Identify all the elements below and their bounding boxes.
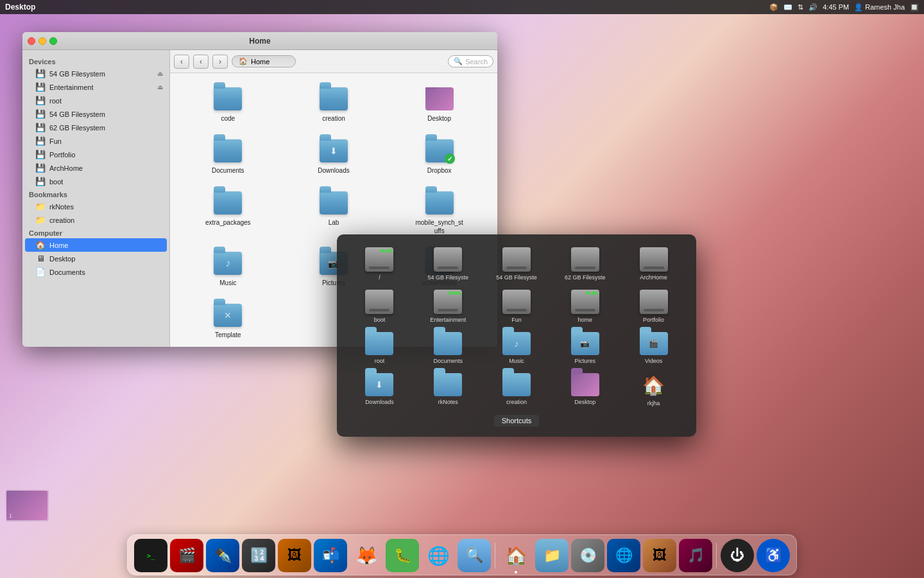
popup-item-videos-folder[interactable]: Videos [621, 329, 686, 367]
hdd-54gb2-icon [502, 247, 531, 272]
dock-media-player[interactable]: 🎬 [170, 539, 203, 572]
dock-photo[interactable]: 🖼 [643, 539, 676, 572]
folder-music[interactable]: Music [178, 245, 278, 292]
popup-item-rkjha[interactable]: 🏠 rkjha [621, 371, 686, 409]
sidebar-label-documents: Documents [49, 268, 85, 276]
hdd-ent-icon: 76.0% [434, 290, 462, 314]
popup-item-documents-folder[interactable]: Documents [416, 329, 481, 367]
dock-firefox[interactable]: 🦊 [350, 539, 383, 572]
dock-mail[interactable]: 📬 [314, 539, 347, 572]
dock-disk-util[interactable]: 💿 [571, 539, 604, 572]
sidebar-item-home[interactable]: 🏠 Home [25, 238, 167, 252]
popup-item-62gb[interactable]: 62 GB Filesyste [552, 245, 617, 283]
popup-item-archhome[interactable]: ArchHome [621, 245, 686, 283]
folder-dropbox[interactable]: ✓ Dropbox [389, 133, 490, 180]
popup-item-entertainment[interactable]: 76.0% Entertainment [416, 287, 481, 326]
folder-shape-code [214, 87, 242, 110]
sidebar-item-rknotes[interactable]: 📁 rkNotes [22, 200, 169, 213]
sidebar-item-boot[interactable]: 💾 boot [22, 175, 169, 188]
dock-finder[interactable]: 🔍 [458, 539, 491, 572]
dock-caterpillar[interactable]: 🐛 [386, 539, 419, 572]
folder-desktop[interactable]: Desktop [389, 81, 490, 128]
popup-folder-rknotes [434, 373, 462, 396]
virtual-desktop-thumb[interactable]: 1 [5, 489, 49, 521]
menubar-icon-grid[interactable]: 🔲 [910, 3, 919, 12]
folder-name-creation: creation [322, 114, 345, 123]
menubar-icon-volume[interactable]: 🔊 [809, 3, 817, 12]
popup-item-portfolio-hdd[interactable]: Portfolio [621, 287, 686, 326]
sidebar-item-archhome[interactable]: 💾 ArchHome [22, 161, 169, 175]
sidebar-label-desktop: Desktop [49, 255, 75, 263]
maximize-button[interactable] [49, 37, 57, 45]
dock-terminal[interactable]: >_ [134, 539, 167, 572]
popup-item-downloads-folder[interactable]: Downloads [347, 371, 412, 409]
popup-item-creation-folder[interactable]: creation [484, 371, 549, 409]
menubar-icon-transfer[interactable]: ⇅ [798, 3, 803, 12]
folder-name-mobile: mobile_synch_stuffs [414, 218, 465, 235]
popup-item-desktop-folder[interactable]: Desktop [552, 371, 617, 409]
nav-sidebar-toggle[interactable]: ‹ [174, 55, 189, 69]
sidebar-item-documents[interactable]: 📄 Documents [22, 265, 169, 279]
dock-accessibility[interactable]: ♿ [757, 539, 790, 572]
sidebar-item-62gb[interactable]: 💾 62 GB Filesystem [22, 121, 169, 134]
location-bar[interactable]: 🏠 Home [232, 55, 296, 67]
folder-shape-creation [320, 87, 348, 110]
popup-label-rknotes: rkNotes [438, 399, 458, 405]
menubar-icon-mail[interactable]: ✉️ [783, 3, 792, 12]
popup-item-rknotes-folder[interactable]: rkNotes [416, 371, 481, 409]
menubar-icon-pkg[interactable]: 📦 [769, 3, 778, 12]
popup-item-fun[interactable]: Fun [484, 287, 549, 326]
sidebar-item-entertainment[interactable]: 💾 Entertainment ⏏ [22, 80, 169, 94]
dock-chrome[interactable]: 🌐 [422, 539, 455, 572]
popup-item-music-folder[interactable]: Music [484, 329, 549, 367]
popup-label-62gb: 62 GB Filesyste [565, 274, 606, 281]
folder-creation[interactable]: creation [284, 81, 384, 128]
popup-item-pictures-folder[interactable]: Pictures [552, 329, 617, 367]
hdd-home-icon: 74.2% [571, 290, 599, 314]
dock-calculator[interactable]: 🔢 [242, 539, 275, 572]
close-button[interactable] [28, 37, 35, 45]
popup-label-root: / [379, 274, 381, 281]
sidebar-item-fun[interactable]: 💾 Fun [22, 134, 169, 148]
folder-template[interactable]: Template [178, 297, 278, 344]
folder-extra-packages[interactable]: extra_packages [178, 185, 278, 240]
popup-item-54gb-1[interactable]: 54 GB Filesyste [416, 245, 481, 283]
popup-item-root-folder[interactable]: root [347, 329, 412, 367]
folder-mobile-synch[interactable]: mobile_synch_stuffs [389, 185, 490, 240]
sidebar-item-desktop[interactable]: 🖥 Desktop [22, 252, 169, 265]
location-icon: 🏠 [239, 57, 248, 66]
popup-item-root[interactable]: 74.2% / [347, 245, 412, 283]
nav-back[interactable]: ‹ [193, 55, 209, 69]
folder-code[interactable]: code [178, 81, 278, 128]
dock-image-viewer[interactable]: 🖼 [278, 539, 311, 572]
folder-documents[interactable]: Documents [178, 133, 278, 180]
sidebar-item-portfolio[interactable]: 💾 Portfolio [22, 148, 169, 161]
popup-label-videos: Videos [645, 358, 662, 364]
folder-lab[interactable]: Lab [284, 185, 384, 240]
sidebar-item-54gb-2[interactable]: 💾 54 GB Filesystem [22, 107, 169, 121]
menubar: Desktop 📦 ✉️ ⇅ 🔊 4:45 PM 👤 Ramesh Jha 🔲 [0, 0, 924, 14]
folder-name-music: Music [219, 279, 236, 287]
popup-item-home-hdd[interactable]: 74.2% home [552, 287, 617, 326]
eject-icon-1[interactable]: ⏏ [157, 70, 163, 77]
dock-pen-tool[interactable]: ✒️ [206, 539, 239, 572]
hdd-fun-icon [502, 290, 531, 314]
sidebar-label-62gb: 62 GB Filesystem [49, 124, 105, 132]
sidebar-item-creation[interactable]: 📁 creation [22, 213, 169, 227]
folder-downloads[interactable]: Downloads [284, 133, 384, 180]
popup-folder-music [502, 332, 531, 355]
dock-network[interactable]: 🌐 [607, 539, 640, 572]
dock-folder[interactable]: 📁 [535, 539, 569, 572]
nav-forward[interactable]: › [212, 55, 228, 69]
dock-power[interactable]: ⏻ [721, 539, 754, 572]
dock-home[interactable]: 🏠 [499, 539, 533, 572]
sidebar-item-54gb-1[interactable]: 💾 54 GB Filesystem ⏏ [22, 67, 169, 80]
dock-media[interactable]: 🎵 [679, 539, 712, 572]
search-box[interactable]: 🔍 Search [448, 55, 493, 67]
popup-item-boot[interactable]: boot [347, 287, 412, 326]
folder-icon-rknotes: 📁 [35, 202, 46, 211]
minimize-button[interactable] [38, 37, 46, 45]
eject-icon-ent[interactable]: ⏏ [157, 83, 163, 91]
popup-item-54gb-2[interactable]: 54 GB Filesyste [484, 245, 549, 283]
sidebar-item-root[interactable]: 💾 root [22, 94, 169, 107]
